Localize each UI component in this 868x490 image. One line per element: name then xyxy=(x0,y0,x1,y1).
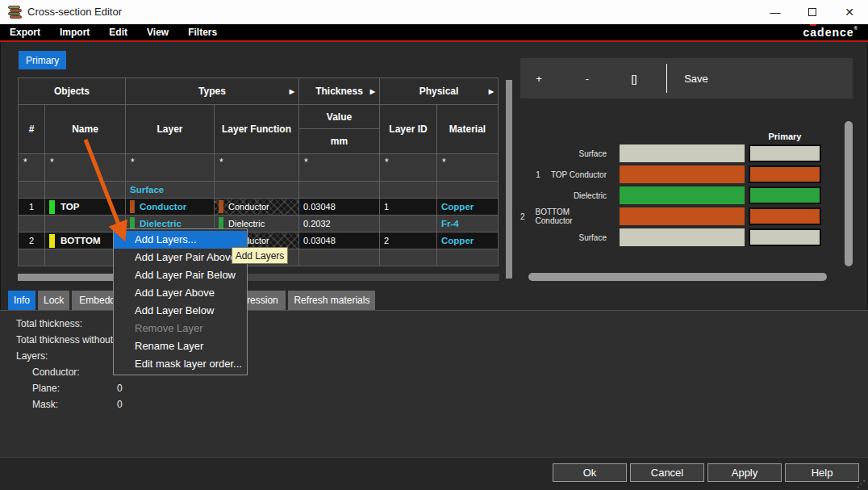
tab-info[interactable]: Info xyxy=(8,291,35,310)
minimize-button[interactable]: — xyxy=(757,0,794,24)
row-value-cell[interactable] xyxy=(299,182,380,199)
stack-bar-surface[interactable] xyxy=(620,144,745,162)
layer-context-menu: Add Layers... Add Layer Pair Above Add L… xyxy=(113,228,248,375)
row-value-cell[interactable]: 0.03048 xyxy=(299,199,380,216)
column-header-num[interactable]: # xyxy=(19,105,45,154)
column-header-unit: mm xyxy=(299,129,379,153)
row-value-cell[interactable]: 0.03048 xyxy=(299,232,380,249)
stack-label-bottom-conductor: 2BOTTOM Conductor xyxy=(520,207,607,225)
row-material-cell[interactable] xyxy=(437,249,499,266)
column-header-value-mm[interactable]: Value mm xyxy=(299,105,380,154)
window-title: Cross-section Editor xyxy=(27,6,122,18)
stack-bar-bottom-conductor[interactable] xyxy=(620,207,745,225)
menu-item-edit-mask-layer-order[interactable]: Edit mask layer order... xyxy=(114,355,247,373)
toolbar-separator xyxy=(666,64,667,93)
menu-view[interactable]: View xyxy=(137,24,178,40)
column-header-layer-function[interactable]: Layer Function xyxy=(215,105,299,154)
row-name-cell[interactable]: TOP xyxy=(45,199,126,216)
total-thickness-without-label: Total thickness without xyxy=(16,334,113,346)
column-header-material[interactable]: Material xyxy=(437,105,499,154)
filter-cell[interactable]: * xyxy=(437,154,499,182)
row-material-cell[interactable] xyxy=(437,182,499,199)
stack-bar-primary-surface[interactable] xyxy=(749,144,821,162)
row-layer-id-cell[interactable] xyxy=(380,216,437,232)
row-value-cell[interactable]: 0.2032 xyxy=(299,216,380,232)
filter-cell[interactable]: * xyxy=(380,154,437,182)
group-header-thickness[interactable]: Thickness▶ xyxy=(299,78,380,105)
row-layer-id-cell[interactable]: 2 xyxy=(380,232,437,249)
menu-edit[interactable]: Edit xyxy=(99,24,137,40)
menu-item-add-layer-above[interactable]: Add Layer Above xyxy=(114,284,247,302)
group-header-types[interactable]: Types▶ xyxy=(126,78,299,105)
menu-item-add-layers[interactable]: Add Layers... xyxy=(114,231,247,249)
column-header-layer-id[interactable]: Layer ID xyxy=(380,105,437,154)
menu-item-add-layer-below[interactable]: Add Layer Below xyxy=(114,302,247,320)
row-material-cell[interactable]: Copper xyxy=(437,232,499,249)
row-name-cell[interactable] xyxy=(45,182,126,199)
cancel-button[interactable]: Cancel xyxy=(630,463,704,482)
ok-button[interactable]: Ok xyxy=(553,463,627,482)
row-value-cell[interactable] xyxy=(299,249,380,266)
row-material-cell[interactable]: Copper xyxy=(437,199,499,216)
row-num-cell[interactable]: 1 xyxy=(19,199,45,216)
remove-column-button[interactable]: - xyxy=(575,58,599,98)
row-layer-id-cell[interactable] xyxy=(380,249,437,266)
material-text: Copper xyxy=(441,236,474,245)
filter-cell[interactable]: * xyxy=(45,154,126,182)
stack-bar-primary-top-conductor[interactable] xyxy=(749,165,821,183)
tab-refresh-materials[interactable]: Refresh materials xyxy=(288,291,375,310)
stack-bar-surface-bottom[interactable] xyxy=(620,228,745,246)
stack-vertical-scrollbar[interactable] xyxy=(845,121,853,266)
row-layer-cell[interactable]: Conductor xyxy=(126,199,215,216)
stack-horizontal-scrollbar[interactable] xyxy=(528,273,827,281)
resize-grip[interactable]: ⋰ xyxy=(857,479,866,489)
row-function-cell[interactable]: Conductor xyxy=(215,199,299,216)
help-button[interactable]: Help xyxy=(785,463,859,482)
tab-lock[interactable]: Lock xyxy=(38,291,69,310)
column-header-layer[interactable]: Layer xyxy=(126,105,215,154)
filter-cell[interactable]: * xyxy=(126,154,215,182)
group-label: Thickness xyxy=(315,86,363,97)
tab-primary[interactable]: Primary xyxy=(19,51,66,69)
filter-cell[interactable]: * xyxy=(299,154,380,182)
group-header-objects[interactable]: Objects xyxy=(19,78,126,105)
add-column-button[interactable]: + xyxy=(527,58,551,98)
stack-bar-primary-bottom-conductor[interactable] xyxy=(749,207,821,225)
save-button[interactable]: Save xyxy=(678,58,714,98)
menu-item-rename-layer[interactable]: Rename Layer xyxy=(114,337,247,355)
apply-button[interactable]: Apply xyxy=(707,463,782,482)
name-text: BOTTOM xyxy=(61,236,101,245)
filter-cell[interactable]: * xyxy=(19,154,45,182)
row-layer-id-cell[interactable]: 1 xyxy=(380,199,437,216)
menu-export[interactable]: Export xyxy=(0,24,50,40)
brackets-button[interactable]: [] xyxy=(622,58,646,98)
menu-item-remove-layer[interactable]: Remove Layer xyxy=(114,320,247,337)
row-num-cell[interactable] xyxy=(19,216,45,232)
row-num-cell[interactable]: 2 xyxy=(19,232,45,249)
menu-item-add-layer-pair-below[interactable]: Add Layer Pair Below xyxy=(114,266,247,284)
close-button[interactable]: ✕ xyxy=(831,0,868,24)
table-horizontal-scrollbar[interactable] xyxy=(18,274,499,281)
stack-bar-top-conductor[interactable] xyxy=(620,165,745,183)
conductor-count-label: Conductor: xyxy=(32,366,80,378)
filter-cell[interactable]: * xyxy=(215,154,299,182)
table-vertical-scrollbar[interactable] xyxy=(506,80,512,279)
row-layer-id-cell[interactable] xyxy=(380,182,437,199)
stack-bar-dielectric[interactable] xyxy=(620,186,745,204)
menu-filters[interactable]: Filters xyxy=(178,24,227,40)
menu-import[interactable]: Import xyxy=(50,24,99,40)
menu-item-add-layer-pair-above[interactable]: Add Layer Pair Above xyxy=(114,249,247,266)
stack-bar-primary-surface-bottom[interactable] xyxy=(749,228,821,246)
row-function-cell[interactable] xyxy=(215,182,299,199)
row-num-cell[interactable] xyxy=(19,249,45,266)
stack-text: Surface xyxy=(579,233,607,242)
maximize-button[interactable] xyxy=(794,0,831,24)
table-row-top: 1 TOP Conductor Conductor 0.03048 1 Copp… xyxy=(19,199,499,216)
row-num-cell[interactable] xyxy=(19,182,45,199)
stack-bar-primary-dielectric[interactable] xyxy=(749,186,821,204)
column-header-name[interactable]: Name xyxy=(45,105,126,154)
row-layer-cell[interactable]: Surface xyxy=(126,182,215,199)
stack-text: BOTTOM Conductor xyxy=(536,207,607,225)
group-header-physical[interactable]: Physical▶ xyxy=(380,78,499,105)
row-material-cell[interactable]: Fr-4 xyxy=(437,216,499,232)
